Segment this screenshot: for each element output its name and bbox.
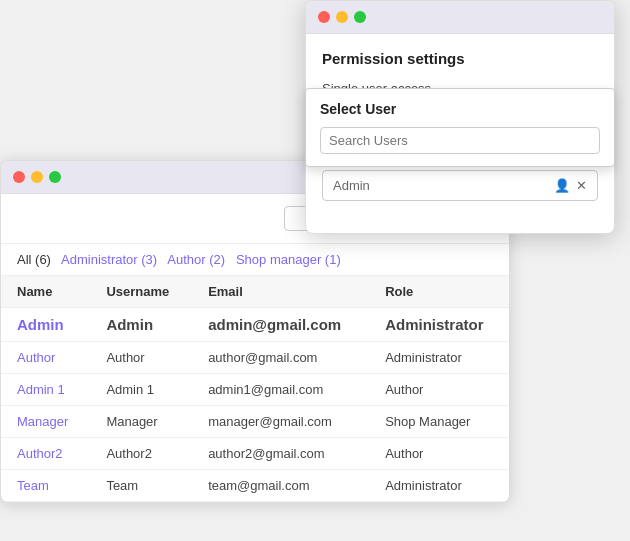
- user-username-cell: Team: [90, 470, 192, 502]
- user-name-cell[interactable]: Author2: [1, 438, 90, 470]
- user-role-cell: Administrator: [369, 470, 509, 502]
- user-username-cell: Author2: [90, 438, 192, 470]
- user-name-cell[interactable]: Team: [1, 470, 90, 502]
- user-username-cell: Admin: [90, 308, 192, 342]
- user-name-link[interactable]: Admin 1: [17, 382, 65, 397]
- user-category-field[interactable]: Admin 👤 ✕: [322, 170, 598, 201]
- fg-close-icon[interactable]: [318, 11, 330, 23]
- minimize-icon[interactable]: [31, 171, 43, 183]
- user-email-cell: team@gmail.com: [192, 470, 369, 502]
- administrator-filter-link[interactable]: Administrator (3): [61, 252, 157, 267]
- author-filter-link[interactable]: Author (2): [167, 252, 225, 267]
- user-username-cell: Admin 1: [90, 374, 192, 406]
- table-row: Manager Manager manager@gmail.com Shop M…: [1, 406, 509, 438]
- shopmanager-filter-link[interactable]: Shop manager (1): [236, 252, 341, 267]
- admin-value: Admin: [333, 178, 370, 193]
- user-username-cell: Manager: [90, 406, 192, 438]
- user-name-cell[interactable]: Author: [1, 342, 90, 374]
- table-row: Admin 1 Admin 1 admin1@gmail.com Author: [1, 374, 509, 406]
- user-category-field-actions: 👤 ✕: [554, 178, 587, 193]
- col-name: Name: [1, 276, 90, 308]
- col-username: Username: [90, 276, 192, 308]
- filter-row: All (6) Administrator (3) Author (2) Sho…: [1, 244, 509, 276]
- user-role-cell: Administrator: [369, 308, 509, 342]
- table-row: Author2 Author2 author2@gmail.com Author: [1, 438, 509, 470]
- table-row: Team Team team@gmail.com Administrator: [1, 470, 509, 502]
- user-name-link[interactable]: Author2: [17, 446, 63, 461]
- user-icon-2: 👤: [554, 178, 570, 193]
- user-name-cell[interactable]: Admin 1: [1, 374, 90, 406]
- user-name-cell[interactable]: Admin: [1, 308, 90, 342]
- user-email-cell: admin1@gmail.com: [192, 374, 369, 406]
- user-name-link[interactable]: Author: [17, 350, 55, 365]
- fg-maximize-icon[interactable]: [354, 11, 366, 23]
- user-name-link[interactable]: Admin: [17, 316, 64, 333]
- table-row: Admin Admin admin@gmail.com Administrato…: [1, 308, 509, 342]
- col-role: Role: [369, 276, 509, 308]
- user-role-cell: Author: [369, 438, 509, 470]
- user-email-cell: admin@gmail.com: [192, 308, 369, 342]
- user-role-cell: Shop Manager: [369, 406, 509, 438]
- user-table: Name Username Email Role Admin Admin adm…: [1, 276, 509, 502]
- user-email-cell: author2@gmail.com: [192, 438, 369, 470]
- fg-titlebar: [306, 1, 614, 34]
- permission-settings-title: Permission settings: [322, 50, 598, 67]
- user-email-cell: author@gmail.com: [192, 342, 369, 374]
- user-email-cell: manager@gmail.com: [192, 406, 369, 438]
- user-name-link[interactable]: Manager: [17, 414, 68, 429]
- table-row: Author Author author@gmail.com Administr…: [1, 342, 509, 374]
- user-role-cell: Administrator: [369, 342, 509, 374]
- all-count-label: All (6): [17, 252, 51, 267]
- user-role-cell: Author: [369, 374, 509, 406]
- col-email: Email: [192, 276, 369, 308]
- select-user-dropdown: Select User: [305, 88, 615, 167]
- close-icon[interactable]: [13, 171, 25, 183]
- select-user-search-input[interactable]: [320, 127, 600, 154]
- select-user-title: Select User: [320, 101, 600, 117]
- maximize-icon[interactable]: [49, 171, 61, 183]
- table-header-row: Name Username Email Role: [1, 276, 509, 308]
- user-name-cell[interactable]: Manager: [1, 406, 90, 438]
- fg-minimize-icon[interactable]: [336, 11, 348, 23]
- user-name-link[interactable]: Team: [17, 478, 49, 493]
- user-username-cell: Author: [90, 342, 192, 374]
- close-icon-2[interactable]: ✕: [576, 178, 587, 193]
